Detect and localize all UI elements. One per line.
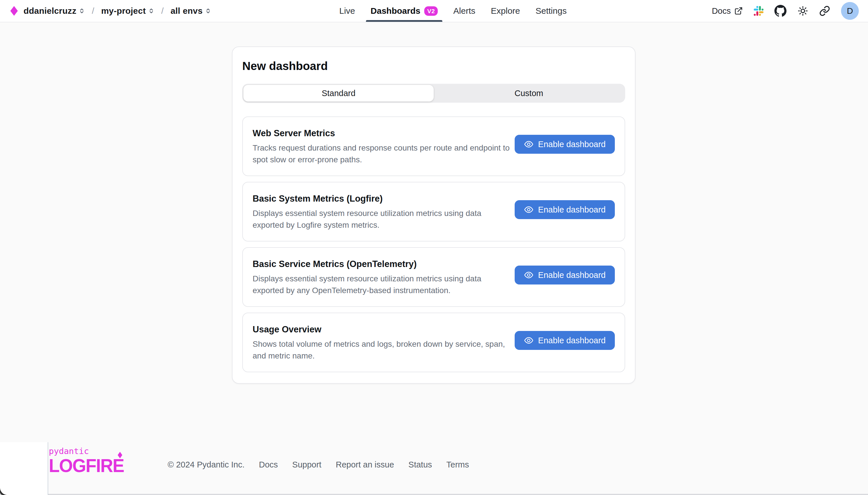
dashboard-description: Displays essential system resource utili…	[252, 273, 511, 296]
dashboard-type-tabs: Standard Custom	[242, 84, 625, 103]
unfold-chevrons-icon	[79, 6, 85, 15]
nav-item-settings[interactable]: Settings	[531, 0, 571, 22]
avatar-initial: D	[847, 6, 853, 16]
breadcrumb: ddanielcruzz / my-project / all envs	[0, 6, 211, 16]
footer-left-panel	[0, 442, 48, 495]
avatar[interactable]: D	[841, 2, 859, 20]
topbar-right: Docs D	[712, 0, 868, 22]
org-name: ddanielcruzz	[23, 6, 76, 16]
slack-link[interactable]	[754, 6, 764, 16]
footer-link-support[interactable]: Support	[292, 460, 322, 470]
theme-sun-icon	[797, 5, 808, 16]
footer-link-docs[interactable]: Docs	[259, 460, 278, 470]
dashboard-description: Tracks request durations and response co…	[252, 142, 511, 166]
theme-toggle[interactable]	[797, 5, 808, 16]
enable-dashboard-button[interactable]: Enable dashboard	[515, 266, 615, 285]
top-bar: ddanielcruzz / my-project / all envs Liv…	[0, 0, 868, 22]
copy-link-button[interactable]	[819, 5, 830, 16]
tab-standard[interactable]: Standard	[243, 85, 434, 102]
docs-link[interactable]: Docs	[712, 6, 743, 16]
enable-dashboard-button[interactable]: Enable dashboard	[515, 200, 615, 219]
dashboard-card-basic-system-metrics: Basic System Metrics (Logfire) Displays …	[242, 182, 625, 241]
eye-icon	[524, 336, 534, 345]
environment-name: all envs	[170, 6, 203, 16]
enable-dashboard-button[interactable]: Enable dashboard	[515, 331, 615, 350]
copy-link-icon	[819, 5, 830, 16]
enable-dashboard-label: Enable dashboard	[538, 205, 606, 215]
main-nav: Live Dashboards V2 Alerts Explore Settin…	[335, 0, 571, 22]
dashboard-description: Shows total volume of metrics and logs, …	[252, 338, 511, 362]
enable-dashboard-button[interactable]: Enable dashboard	[515, 135, 615, 154]
unfold-chevrons-icon	[148, 6, 154, 15]
eye-icon	[524, 270, 534, 280]
eye-icon	[524, 139, 534, 149]
enable-dashboard-label: Enable dashboard	[538, 140, 606, 149]
tab-custom[interactable]: Custom	[434, 85, 624, 102]
copyright-text: © 2024 Pydantic Inc.	[168, 460, 245, 470]
dashboard-template-list: Web Server Metrics Tracks request durati…	[242, 116, 625, 372]
environment-selector[interactable]: all envs	[170, 6, 211, 16]
new-dashboard-panel: New dashboard Standard Custom Web Server…	[232, 47, 636, 384]
breadcrumb-separator: /	[92, 6, 94, 16]
dashboard-card-web-server-metrics: Web Server Metrics Tracks request durati…	[242, 116, 625, 176]
breadcrumb-separator: /	[161, 6, 164, 16]
pydantic-logo-text: pydantic	[49, 447, 124, 456]
project-name: my-project	[101, 6, 146, 16]
page-title: New dashboard	[242, 59, 625, 72]
nav-item-dashboards[interactable]: Dashboards V2	[366, 0, 442, 22]
project-selector[interactable]: my-project	[101, 6, 154, 16]
logfire-logo-text: LOGFIRE	[49, 457, 124, 475]
logfire-diamond-logo-icon	[10, 6, 18, 16]
unfold-chevrons-icon	[205, 6, 211, 15]
logfire-wordmark-logo: pydantic LOGFIRE	[49, 447, 124, 474]
nav-item-explore[interactable]: Explore	[486, 0, 525, 22]
footer-links: © 2024 Pydantic Inc. Docs Support Report…	[168, 460, 469, 470]
bottom-edge-strip	[0, 494, 868, 495]
slack-icon	[754, 6, 764, 16]
v2-badge: V2	[424, 6, 438, 16]
github-link[interactable]	[774, 5, 786, 17]
dashboard-card-basic-service-metrics: Basic Service Metrics (OpenTelemetry) Di…	[242, 247, 625, 307]
enable-dashboard-label: Enable dashboard	[538, 270, 606, 280]
external-link-icon	[734, 6, 743, 15]
nav-item-live[interactable]: Live	[335, 0, 360, 22]
nav-label: Dashboards	[371, 6, 420, 16]
nav-label: Alerts	[453, 6, 475, 16]
dashboard-description: Displays essential system resource utili…	[252, 207, 511, 231]
nav-label: Explore	[491, 6, 520, 16]
footer-link-terms[interactable]: Terms	[446, 460, 469, 470]
app-screen: ddanielcruzz / my-project / all envs Liv…	[0, 0, 868, 495]
org-selector[interactable]: ddanielcruzz	[23, 6, 85, 16]
nav-label: Live	[339, 6, 355, 16]
eye-icon	[524, 205, 534, 215]
nav-item-alerts[interactable]: Alerts	[449, 0, 480, 22]
enable-dashboard-label: Enable dashboard	[538, 336, 606, 345]
nav-label: Settings	[536, 6, 567, 16]
github-icon	[774, 5, 786, 17]
footer-link-status[interactable]: Status	[408, 460, 432, 470]
docs-label: Docs	[712, 6, 731, 16]
dashboard-card-usage-overview: Usage Overview Shows total volume of met…	[242, 312, 625, 372]
footer-link-report-an-issue[interactable]: Report an issue	[336, 460, 394, 470]
